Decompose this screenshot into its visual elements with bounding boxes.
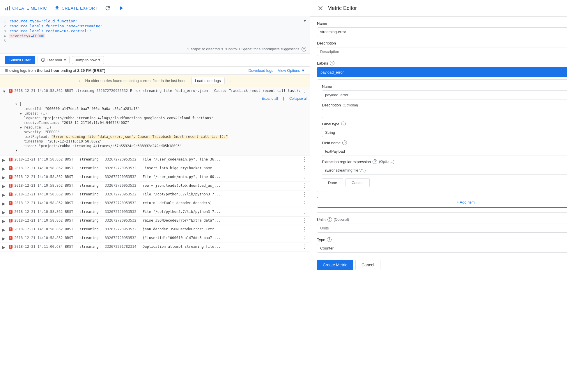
query-line-4: 4 severity>=ERROR [0, 33, 310, 38]
more-options-icon-8[interactable]: ⋮ [302, 209, 307, 214]
query-help-icon[interactable]: ? [302, 47, 306, 51]
more-options-icon-7[interactable]: ⋮ [302, 200, 307, 206]
label-type-select[interactable]: String Boolean Integer [322, 128, 567, 137]
log-entry-header-5[interactable]: ▶ ! 2018-12-21 14:10:58.862 BRST streami… [0, 182, 310, 190]
type-select[interactable]: Counter Distribution Gauge [317, 244, 567, 253]
run-button[interactable] [118, 5, 124, 11]
units-input[interactable] [317, 224, 567, 233]
extraction-regex-label: Extraction regular expression ? (Optiona… [322, 159, 567, 164]
error-badge-8: ! [9, 210, 13, 214]
description-input[interactable] [317, 47, 567, 56]
more-options-icon-4[interactable]: ⋮ [302, 174, 307, 179]
json-receive-timestamp: receiveTimestamp: "2018-12-21T16:11:04.9… [15, 120, 307, 125]
log-entry-header-8[interactable]: ▶ ! 2018-12-21 14:10:58.862 BRST streami… [0, 208, 310, 216]
log-text-6: 2018-12-21 14:10:58.862 BRST streaming 3… [14, 192, 300, 196]
load-older-logs-button[interactable]: Load older logs [191, 77, 225, 84]
label-description-input[interactable] [322, 109, 567, 118]
log-entry-header-3[interactable]: ▶ ! 2018-12-21 14:10:58.862 BRST streami… [0, 164, 310, 173]
jump-to-now-button[interactable]: Jump to now ▼ [72, 56, 104, 64]
units-section: Units ? (Optional) Type ? Counter Distri… [317, 212, 567, 253]
field-name-select[interactable]: textPayload jsonPayload httpRequest [322, 147, 567, 156]
labels-help-icon[interactable]: ? [330, 61, 334, 65]
query-line-1: 1 resource.type="cloud_function" [0, 19, 310, 24]
close-metric-editor-button[interactable] [317, 5, 324, 12]
type-field-group: Type ? Counter Distribution Gauge ▼ [317, 237, 567, 253]
refresh-button[interactable] [104, 5, 111, 11]
name-field-group: Name [317, 21, 567, 36]
json-logname: logName: "projects/rubbo-streaming-4/log… [15, 116, 307, 120]
label-form: Name Description (Optional) Label type ? [317, 79, 567, 192]
extraction-help-icon[interactable]: ? [373, 159, 377, 164]
log-entry-header-10[interactable]: ▶ ! 2018-12-21 14:10:58.862 BRST streami… [0, 225, 310, 234]
more-options-icon-3[interactable]: ⋮ [302, 165, 307, 171]
log-text-4: 2018-12-21 14:10:58.862 BRST streaming 3… [14, 175, 300, 179]
time-range-button[interactable]: Last hour ▼ [38, 56, 70, 64]
more-options-icon-6[interactable]: ⋮ [302, 192, 307, 197]
label-name-input[interactable] [322, 90, 567, 99]
more-options-icon-10[interactable]: ⋮ [302, 227, 307, 232]
type-label: Type ? [317, 237, 567, 242]
submit-filter-button[interactable]: Submit Filter [5, 56, 35, 64]
add-item-button[interactable]: + Add item [317, 197, 567, 208]
units-help-icon[interactable]: ? [327, 217, 332, 222]
expand-icon-5: ▶ [2, 184, 7, 188]
log-entry-header-6[interactable]: ▶ ! 2018-12-21 14:10:58.862 BRST streami… [0, 190, 310, 199]
no-older-message: No older entries found matching current … [85, 79, 186, 83]
labels-section: Labels ? payload_error [317, 61, 567, 192]
create-export-button[interactable]: CREATE EXPORT [54, 5, 98, 11]
error-badge-9: ! [9, 219, 13, 222]
svg-rect-2 [9, 6, 10, 10]
more-options-icon-12[interactable]: ⋮ [302, 244, 307, 249]
label-type-select-wrapper: String Boolean Integer ▼ [322, 128, 567, 137]
cancel-main-button[interactable]: Cancel [355, 260, 380, 270]
cancel-label-button[interactable]: Cancel [345, 178, 369, 187]
field-name-label: Field name ? [322, 140, 567, 145]
units-label: Units ? (Optional) [317, 217, 567, 222]
log-entry-11: ▶ ! 2018-12-21 14:10:58.862 BRST streami… [0, 234, 310, 243]
field-name-help-icon[interactable]: ? [342, 140, 347, 145]
more-options-icon-1[interactable]: ⋮ [302, 88, 307, 93]
label-description-field-group: Description (Optional) [322, 103, 567, 118]
more-options-icon-2[interactable]: ⋮ [302, 157, 307, 162]
create-metric-button-editor[interactable]: Create Metric [317, 260, 353, 270]
label-type-help-icon[interactable]: ? [341, 122, 346, 126]
log-entry-header-12[interactable]: ▶ ! 2018-12-21 14:11:00.684 BRST streami… [0, 243, 310, 251]
svg-rect-1 [7, 7, 8, 10]
collapse-all-link[interactable]: Collapse all [289, 97, 307, 101]
more-options-icon-9[interactable]: ⋮ [302, 218, 307, 223]
type-help-icon[interactable]: ? [327, 237, 332, 242]
name-input[interactable] [317, 27, 567, 36]
query-dropdown-arrow[interactable]: ▼ [303, 19, 307, 23]
log-entry-header-4[interactable]: ▶ ! 2018-12-21 14:10:58.862 BRST streami… [0, 173, 310, 181]
log-entry-header-9[interactable]: ▶ ! 2018-12-21 14:10:58.862 BRST streami… [0, 217, 310, 225]
error-badge-4: ! [9, 175, 13, 179]
done-button[interactable]: Done [322, 178, 343, 187]
label-action-row: Done Cancel [322, 178, 567, 187]
query-line-2: 2 resource.labels.function_name="streami… [0, 24, 310, 28]
expand-actions: Expand all | Collapse all [15, 97, 307, 102]
more-options-icon-5[interactable]: ⋮ [302, 183, 307, 188]
error-badge-3: ! [9, 166, 13, 170]
view-options-button[interactable]: View Options ▼ [278, 68, 305, 73]
download-logs-link[interactable]: Download logs [248, 68, 273, 73]
log-entry-header-2[interactable]: ▶ ! 2018-12-21 14:10:58.862 BRST streami… [0, 156, 310, 164]
log-entry-12: ▶ ! 2018-12-21 14:11:00.684 BRST streami… [0, 243, 310, 252]
right-panel: Metric Editor Name Description Labels ? … [310, 0, 567, 392]
more-options-icon-11[interactable]: ⋮ [302, 235, 307, 240]
log-entry-header-11[interactable]: ▶ ! 2018-12-21 14:10:58.862 BRST streami… [0, 234, 310, 243]
json-resource: ▶ resource: {…} [15, 125, 307, 130]
create-metric-button[interactable]: CREATE METRIC [5, 5, 47, 11]
type-select-wrapper: Counter Distribution Gauge ▼ [317, 244, 567, 253]
log-entry-header-1[interactable]: ▼ ! 2018-12-21 14:10:58.862 BRST streami… [0, 87, 310, 95]
extraction-regex-input[interactable] [322, 166, 567, 175]
json-text-payload: textPayload: "Error streaming file 'data… [15, 134, 307, 139]
field-name-select-wrapper: textPayload jsonPayload httpRequest ▼ [322, 147, 567, 156]
expand-all-link[interactable]: Expand all [262, 97, 278, 101]
expand-icon-6: ▶ [2, 193, 7, 197]
label-type-label: Label type ? [322, 122, 567, 126]
label-item-payload-error[interactable]: payload_error [317, 67, 567, 77]
close-icon [317, 5, 324, 12]
log-text-3: 2018-12-21 14:10:58.862 BRST streaming 3… [14, 166, 300, 170]
name-label: Name [317, 21, 567, 26]
log-entry-header-7[interactable]: ▶ ! 2018-12-21 14:10:58.862 BRST streami… [0, 199, 310, 208]
